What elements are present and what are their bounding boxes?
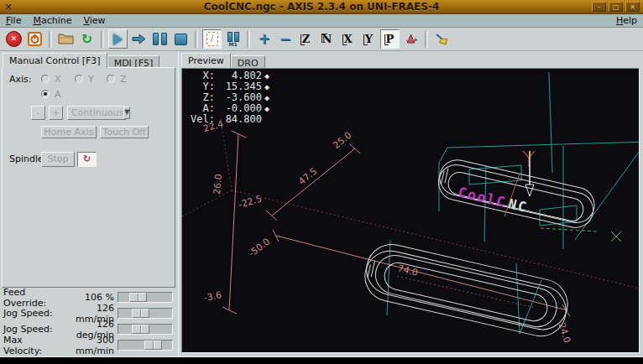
homed-icon: ◈ xyxy=(264,70,269,81)
slider-handle[interactable] xyxy=(144,341,162,350)
stop-icon xyxy=(175,34,187,45)
jog-speed-slider[interactable] xyxy=(118,308,173,319)
feed-override-slider[interactable] xyxy=(118,292,173,303)
dim-y-max: 25.0 xyxy=(331,130,353,152)
view-z-button[interactable]: Z xyxy=(296,29,316,49)
power-icon xyxy=(28,32,42,46)
lower-slot-toolpath xyxy=(360,239,572,341)
optional-pause-toggle[interactable]: M1 xyxy=(223,29,243,49)
dim-z-min: -3.6 xyxy=(202,289,222,304)
home-axis-button[interactable]: Home Axis xyxy=(41,126,97,138)
axis-corner-mark xyxy=(342,34,347,45)
menu-machine[interactable]: Machine xyxy=(27,15,77,26)
toolbar-separator xyxy=(425,31,428,48)
tab-dro[interactable]: DRO xyxy=(231,55,265,68)
spindle-stop-button[interactable]: Stop xyxy=(41,152,75,167)
max-velocity-value: 300 mm/min xyxy=(64,335,118,356)
toolbar-separator xyxy=(49,31,52,48)
reload-icon: ↻ xyxy=(81,33,92,46)
zoom-in-button[interactable]: + xyxy=(254,29,274,49)
tool-marker xyxy=(525,151,534,196)
minus-icon: − xyxy=(279,32,290,46)
window-title: CoolCNC.ngc - AXIS 2.3.4 on UNI-FRAES-4 xyxy=(0,1,643,13)
jog-minus-button[interactable]: - xyxy=(31,106,45,120)
jog-speed-deg-slider[interactable] xyxy=(118,324,173,335)
radio-axis-z[interactable] xyxy=(107,75,115,83)
radio-axis-a[interactable] xyxy=(41,90,50,98)
menu-file[interactable]: File xyxy=(0,15,27,26)
touch-off-button[interactable]: Touch Off xyxy=(100,126,149,138)
axis-corner-mark xyxy=(301,34,305,45)
spindle-brake-icon: ↻ xyxy=(83,153,91,164)
view-perspective-button[interactable]: P xyxy=(380,29,400,49)
tab-preview[interactable]: Preview xyxy=(181,53,231,68)
dim-z-len: 26.0 xyxy=(212,174,224,195)
skip-lines-icon: / xyxy=(206,32,218,46)
y-axis-marker xyxy=(523,151,535,167)
view-x-button[interactable]: X xyxy=(338,29,358,49)
clear-plot-button[interactable] xyxy=(432,29,452,49)
spindle-brake-toggle[interactable]: ↻ xyxy=(77,152,97,167)
pause-icon xyxy=(153,33,167,45)
axis-corner-mark xyxy=(384,34,389,45)
toolbar-separator xyxy=(195,31,198,48)
estop-button[interactable]: ✕ xyxy=(4,29,24,49)
desktop: ✕ CoolCNC.ngc - AXIS 2.3.4 on UNI-FRAES-… xyxy=(0,0,643,364)
max-velocity-label: Max Velocity: xyxy=(3,335,64,356)
dim-x-max: 24.0 xyxy=(556,321,572,344)
homed-icon: ◈ xyxy=(264,103,269,114)
jog-plus-button[interactable]: + xyxy=(49,106,63,120)
menu-help[interactable]: Help xyxy=(610,15,643,26)
open-file-button[interactable] xyxy=(56,29,76,49)
slider-handle[interactable] xyxy=(132,309,149,318)
dim-y-min: -22.5 xyxy=(238,193,264,210)
radio-axis-x[interactable] xyxy=(41,75,50,83)
jog-mode-value: Continuous xyxy=(71,107,123,118)
stop-button[interactable] xyxy=(171,29,191,49)
manual-control-panel: Manual Control [F3] MDI [F5] Axis: X Y Z… xyxy=(0,51,178,356)
broom-icon xyxy=(435,33,449,46)
slider-handle[interactable] xyxy=(129,293,147,302)
jog-speed-label: Jog Speed: xyxy=(3,308,64,319)
pause-button[interactable] xyxy=(150,29,170,49)
radio-axis-z-label: Z xyxy=(120,74,127,85)
axis-window: ✕ CoolCNC.ngc - AXIS 2.3.4 on UNI-FRAES-… xyxy=(0,0,643,357)
engraved-text: CoolCNC xyxy=(457,184,530,216)
reload-button[interactable]: ↻ xyxy=(77,29,97,49)
minimize-button[interactable]: – xyxy=(592,2,606,12)
run-button[interactable] xyxy=(108,29,128,49)
radio-axis-y-label: Y xyxy=(88,74,94,85)
feed-override-label: Feed Override: xyxy=(3,287,64,309)
slider-handle[interactable] xyxy=(132,325,149,334)
max-velocity-slider[interactable] xyxy=(118,340,173,351)
run-step-button[interactable] xyxy=(129,29,149,49)
jog-mode-select[interactable]: Continuous ▼ xyxy=(67,106,126,120)
close-button[interactable]: ✕ xyxy=(625,2,640,12)
preview-canvas[interactable]: X:4.802◈ Y:15.345◈ Z:-3.600◈ A:-0.000◈ V… xyxy=(181,68,640,353)
dro-row-vel: Vel:84.800 xyxy=(186,114,269,125)
sliders-section: Feed Override: 106 % Jog Speed: 126 mm/m… xyxy=(0,289,178,353)
axis-corner-mark xyxy=(363,34,368,45)
skip-lines-toggle[interactable]: / xyxy=(202,29,222,49)
titlebar[interactable]: ✕ CoolCNC.ngc - AXIS 2.3.4 on UNI-FRAES-… xyxy=(0,0,643,14)
homed-icon: ◈ xyxy=(264,92,269,103)
zoom-out-button[interactable]: − xyxy=(275,29,295,49)
step-arrow-icon xyxy=(132,33,146,45)
view-z-rotated-button[interactable]: N xyxy=(317,29,337,49)
rotate-view-button[interactable] xyxy=(401,29,421,49)
view-y-button[interactable]: Y xyxy=(359,29,379,49)
rotate-cone-icon xyxy=(404,33,418,46)
manual-tab-content: Axis: X Y Z A - + Continuous ▼ Home A xyxy=(2,67,175,288)
menubar: File Machine View Help xyxy=(0,14,643,28)
dim-x-min: -50.0 xyxy=(247,236,273,259)
maximize-button[interactable]: □ xyxy=(609,2,623,12)
dim-y-len: 47.5 xyxy=(296,166,319,188)
chevron-down-icon: ▼ xyxy=(123,107,130,119)
radio-axis-y[interactable] xyxy=(75,75,83,83)
toolbar-separator xyxy=(247,31,250,48)
machine-power-button[interactable] xyxy=(25,29,44,49)
tab-manual-control[interactable]: Manual Control [F3] xyxy=(3,53,107,68)
homed-icon: ◈ xyxy=(264,81,269,92)
menu-view[interactable]: View xyxy=(77,15,111,26)
tab-mdi[interactable]: MDI [F5] xyxy=(107,55,160,68)
